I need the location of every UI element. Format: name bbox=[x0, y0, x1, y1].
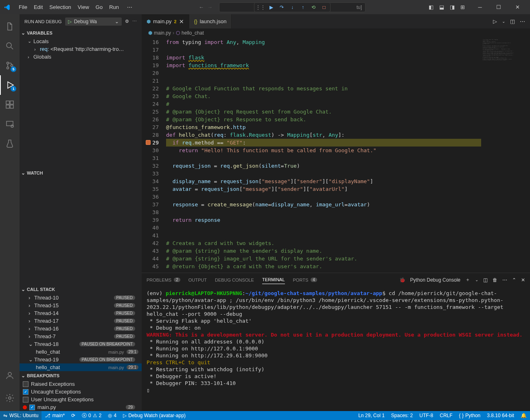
menu-view[interactable]: View bbox=[74, 2, 92, 12]
gear-icon[interactable]: ⚙ bbox=[125, 19, 129, 24]
menu-selection[interactable]: Selection bbox=[46, 2, 74, 12]
activity-settings[interactable] bbox=[0, 388, 20, 408]
breakpoint-option[interactable]: ✓Uncaught Exceptions bbox=[20, 388, 142, 396]
thread-row[interactable]: ›Thread-10PAUSED bbox=[20, 294, 142, 302]
panel-tab-output[interactable]: OUTPUT bbox=[188, 276, 207, 284]
activity-testing[interactable] bbox=[0, 134, 20, 153]
menu-overflow[interactable]: ⋯ bbox=[124, 2, 136, 12]
activity-run-debug[interactable]: 1 bbox=[0, 75, 20, 95]
status-encoding[interactable]: UTF-8 bbox=[416, 411, 436, 420]
checkbox[interactable] bbox=[23, 397, 28, 402]
nav-back-icon[interactable]: ← bbox=[199, 4, 204, 10]
section-watch[interactable]: ⌄WATCH bbox=[20, 168, 142, 177]
status-cursor[interactable]: Ln 29, Col 1 bbox=[355, 411, 388, 420]
more-icon[interactable]: ⋯ bbox=[502, 277, 507, 283]
debug-continue-icon[interactable]: ▶ bbox=[267, 4, 275, 11]
menu-run[interactable]: Run bbox=[106, 2, 122, 12]
panel-tab-terminal[interactable]: TERMINAL bbox=[262, 276, 285, 284]
layout-panel-icon[interactable]: ⬓ bbox=[439, 4, 444, 10]
var-req[interactable]: ›req: <Request 'http://charming-tro… bbox=[20, 45, 142, 53]
scope-globals[interactable]: ›Globals bbox=[20, 53, 142, 61]
nav-forward-icon[interactable]: → bbox=[207, 4, 212, 10]
more-icon[interactable]: ⋯ bbox=[520, 18, 525, 24]
activity-explorer[interactable] bbox=[0, 17, 20, 36]
breakpoint-option[interactable]: User Uncaught Exceptions bbox=[20, 396, 142, 403]
thread-row[interactable]: ›Thread-17PAUSED bbox=[20, 317, 142, 325]
tab-main.py[interactable]: ⬢main.py2✕ bbox=[142, 14, 189, 28]
split-editor-icon[interactable]: ◫ bbox=[510, 18, 515, 24]
panel-tab-problems[interactable]: PROBLEMS2 bbox=[147, 276, 180, 284]
layout-sidebar-right-icon[interactable]: ◨ bbox=[450, 4, 455, 10]
breakpoint-file[interactable]: ✓main.py29 bbox=[20, 403, 142, 411]
split-terminal-icon[interactable]: ◫ bbox=[483, 277, 488, 283]
command-center[interactable]: ⋮⋮ ▶ ↷ ↓ ↑ ⟲ □ tu] bbox=[219, 2, 366, 12]
section-breakpoints[interactable]: ⌄BREAKPOINTS bbox=[20, 371, 142, 380]
stack-frame[interactable]: hello_chatmain.py29:1 bbox=[20, 363, 142, 371]
thread-row[interactable]: ›Thread-7PAUSED bbox=[20, 332, 142, 340]
checkbox[interactable] bbox=[23, 381, 28, 387]
debug-stepinto-icon[interactable]: ↓ bbox=[289, 4, 296, 11]
debug-stepout-icon[interactable]: ↑ bbox=[299, 4, 307, 11]
activity-remote[interactable] bbox=[0, 114, 20, 134]
activity-search[interactable] bbox=[0, 36, 20, 56]
window-minimize[interactable]: ─ bbox=[471, 0, 489, 14]
terminal-selector[interactable]: Python Debug Console bbox=[410, 277, 460, 283]
thread-row[interactable]: ⌄Thread-18PAUSED ON BREAKPOINT bbox=[20, 340, 142, 348]
breakpoint-option[interactable]: Raised Exceptions bbox=[20, 380, 142, 388]
window-maximize[interactable]: ☐ bbox=[489, 0, 508, 14]
debug-stepover-icon[interactable]: ↷ bbox=[278, 4, 285, 11]
section-callstack[interactable]: ⌄CALL STACK bbox=[20, 285, 142, 294]
menu-file[interactable]: File bbox=[15, 2, 31, 12]
layout-custom-icon[interactable]: ⊞ bbox=[460, 4, 465, 10]
panel-tab-ports[interactable]: PORTS4 bbox=[293, 276, 317, 284]
thread-row[interactable]: ›Thread-15PAUSED bbox=[20, 302, 142, 309]
activity-accounts[interactable] bbox=[0, 365, 20, 385]
debug-restart-icon[interactable]: ⟲ bbox=[310, 4, 317, 11]
checkbox[interactable]: ✓ bbox=[29, 405, 35, 410]
activity-source-control[interactable]: 5 bbox=[0, 56, 20, 75]
window-close[interactable]: ✕ bbox=[508, 0, 527, 14]
title-bar: FileEditSelectionViewGoRun ⋯ ← → ⋮⋮ ▶ ↷ … bbox=[0, 0, 530, 14]
chevron-down-icon[interactable]: ⌄ bbox=[502, 19, 505, 24]
section-variables[interactable]: ⌄VARIABLES bbox=[20, 28, 142, 37]
panel-tab-debug console[interactable]: DEBUG CONSOLE bbox=[215, 276, 254, 284]
kill-terminal-icon[interactable]: 🗑 bbox=[493, 277, 497, 283]
run-file-icon[interactable]: ▷ bbox=[493, 18, 497, 24]
debug-grip-icon[interactable]: ⋮⋮ bbox=[257, 4, 264, 11]
minimap[interactable]: from typing import Any, Mappingimport fl… bbox=[481, 37, 530, 273]
activity-extensions[interactable] bbox=[0, 95, 20, 114]
status-ports[interactable]: ◎4 bbox=[105, 411, 120, 420]
thread-row[interactable]: ›Thread-14PAUSED bbox=[20, 309, 142, 317]
add-terminal-icon[interactable]: ＋ bbox=[465, 276, 470, 283]
chevron-down-icon[interactable]: ⌄ bbox=[475, 278, 478, 282]
tab-launch.json[interactable]: {}launch.json bbox=[189, 14, 232, 28]
status-notifications[interactable]: 🔔 bbox=[517, 411, 530, 420]
run-config-select[interactable]: ▷ Debug Wa ⌄ bbox=[65, 18, 122, 26]
status-remote[interactable]: ⇋WSL: Ubuntu bbox=[0, 411, 42, 420]
breadcrumb[interactable]: ⬢ main.py › ⬡ hello_chat bbox=[142, 28, 530, 37]
maximize-panel-icon[interactable]: ⌃ bbox=[512, 277, 516, 283]
close-icon[interactable]: ✕ bbox=[179, 18, 184, 25]
status-eol[interactable]: CRLF bbox=[436, 411, 456, 420]
terminal[interactable]: (env) pierrick@LAPTOP-HKU5PNNG:~/git/goo… bbox=[142, 287, 530, 411]
sync-icon: ⟳ bbox=[71, 413, 75, 418]
thread-row[interactable]: ›Thread-16PAUSED bbox=[20, 325, 142, 332]
checkbox[interactable]: ✓ bbox=[23, 389, 28, 395]
thread-row[interactable]: ⌄Thread-19PAUSED ON BREAKPOINT bbox=[20, 356, 142, 363]
status-language[interactable]: { }Python bbox=[456, 411, 484, 420]
status-sync[interactable]: ⟳ bbox=[68, 411, 79, 420]
stack-frame[interactable]: hello_chatmain.py29:1 bbox=[20, 348, 142, 356]
status-python[interactable]: 3.8.10 64-bit bbox=[484, 411, 517, 420]
menu-edit[interactable]: Edit bbox=[31, 2, 46, 12]
debug-stop-icon[interactable]: □ bbox=[320, 4, 328, 11]
scope-locals[interactable]: ⌄Locals bbox=[20, 37, 142, 45]
layout-sidebar-left-icon[interactable]: ◧ bbox=[429, 4, 434, 10]
editor[interactable]: 1617181920212223242526272829303132333435… bbox=[142, 37, 530, 273]
status-problems[interactable]: ⓧ0⚠2 bbox=[79, 411, 105, 420]
status-debug[interactable]: ▷Debug Watch (avatar-app) bbox=[120, 411, 189, 420]
status-branch[interactable]: ⎇main* bbox=[42, 411, 68, 420]
menu-go[interactable]: Go bbox=[92, 2, 106, 12]
more-icon[interactable]: ⋯ bbox=[132, 19, 137, 24]
close-panel-icon[interactable]: ✕ bbox=[521, 277, 525, 283]
status-indent[interactable]: Spaces: 2 bbox=[388, 411, 416, 420]
